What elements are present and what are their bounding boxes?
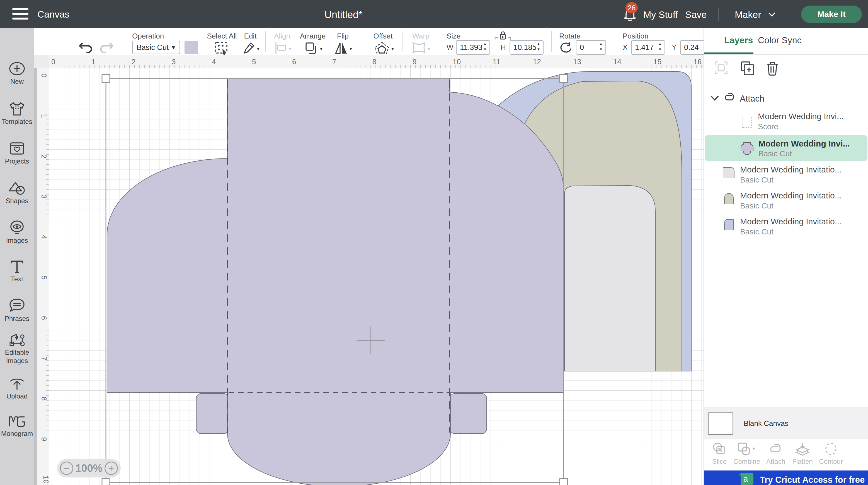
group-chevron-icon[interactable] xyxy=(710,95,719,101)
tab-layers[interactable]: Layers xyxy=(724,35,753,46)
shapes-icon xyxy=(8,180,26,196)
ruler-h-number: 9 xyxy=(412,57,416,66)
operation-value: Basic Cut xyxy=(136,43,169,52)
layer-row-score[interactable]: Modern Wedding Invi... Score xyxy=(704,109,868,135)
rotate-icon[interactable] xyxy=(559,42,571,54)
sidebar-item-phrases[interactable]: Phrases xyxy=(0,298,34,322)
sidebar-item-images[interactable]: Images xyxy=(0,220,34,245)
project-title[interactable]: Untitled* xyxy=(324,9,362,21)
height-input[interactable] xyxy=(514,41,536,54)
x-input-box: ▲▼ xyxy=(631,40,665,55)
zoom-in-button[interactable]: + xyxy=(104,461,118,475)
sidebar-item-templates[interactable]: Templates xyxy=(0,101,34,125)
contour-button[interactable]: Contour xyxy=(815,439,846,465)
size-label: Size xyxy=(446,32,461,40)
machine-select[interactable]: Maker xyxy=(735,9,761,20)
ruler-v-number: 8 xyxy=(39,397,48,401)
align-icon xyxy=(274,42,286,54)
rotate-input[interactable] xyxy=(580,41,598,54)
new-icon xyxy=(9,61,25,77)
y-position-input[interactable] xyxy=(684,41,706,54)
height-stepper[interactable]: ▲▼ xyxy=(536,41,541,54)
lock-icon[interactable] xyxy=(495,31,511,41)
layer-row-beige[interactable]: Modern Wedding Invitatio... Basic Cut xyxy=(704,189,868,215)
flip-caret-icon[interactable]: ▾ xyxy=(349,46,352,52)
offset-caret-icon[interactable]: ▾ xyxy=(391,46,394,52)
save-link[interactable]: Save xyxy=(685,9,707,20)
arrange-label: Arrange xyxy=(300,32,326,40)
banner-text: Try Cricut Access for free xyxy=(760,475,865,485)
layer-title: Modern Wedding Invitatio... xyxy=(740,191,842,200)
arrange-icon[interactable] xyxy=(305,42,318,55)
x-position-input[interactable] xyxy=(635,41,657,54)
flip-label: Flip xyxy=(337,32,349,40)
ruler-h-number: 5 xyxy=(252,57,256,66)
chevron-down-icon[interactable] xyxy=(768,12,775,17)
cricut-access-banner[interactable]: a Try Cricut Access for free xyxy=(704,470,868,485)
offset-icon[interactable] xyxy=(375,42,389,56)
layer-row-envelope-selected[interactable]: Modern Wedding Invi... Basic Cut xyxy=(705,135,867,161)
operation-dropdown[interactable]: Basic Cut▼ xyxy=(132,41,180,54)
edit-caret-icon[interactable]: ▾ xyxy=(257,46,259,52)
rotate-label: Rotate xyxy=(559,32,581,40)
attach-group-header[interactable]: Attach xyxy=(704,91,868,106)
blank-canvas-row[interactable]: Blank Canvas xyxy=(704,407,868,439)
redo-icon[interactable] xyxy=(99,41,114,54)
sidebar-item-editable-images[interactable]: Editable Images xyxy=(0,333,34,365)
sidebar-item-text[interactable]: Text xyxy=(0,259,34,283)
sidebar-item-monogram[interactable]: Monogram xyxy=(0,414,34,437)
slice-icon xyxy=(712,442,726,456)
ruler-v-number: 7 xyxy=(39,356,48,360)
layer-thumb-envelope xyxy=(740,140,754,155)
toolbar-divider xyxy=(364,31,364,52)
ruler-corner xyxy=(34,55,49,68)
flip-icon[interactable] xyxy=(335,42,347,55)
duplicate-icon[interactable] xyxy=(740,61,755,76)
shape-envelope-lavender[interactable] xyxy=(107,79,563,485)
my-stuff-link[interactable]: My Stuff xyxy=(643,9,678,20)
envelope-tab-left[interactable] xyxy=(196,394,228,434)
arrange-caret-icon[interactable]: ▾ xyxy=(320,46,322,52)
select-all-icon[interactable] xyxy=(214,42,230,55)
menu-icon[interactable] xyxy=(12,8,28,20)
ruler-h-number: 12 xyxy=(533,57,541,66)
sidebar-item-new[interactable]: New xyxy=(0,61,34,85)
right-panel: Layers Color Sync Attach Modern Wedding … xyxy=(704,28,868,485)
y-letter: Y xyxy=(672,43,677,52)
zoom-control: − 100% + xyxy=(57,459,121,478)
sidebar-item-projects[interactable]: Projects xyxy=(0,141,34,165)
templates-icon xyxy=(8,101,26,117)
blank-canvas-swatch[interactable] xyxy=(708,412,733,435)
trash-icon[interactable] xyxy=(766,61,779,76)
rotate-stepper[interactable]: ▲▼ xyxy=(598,41,604,54)
attach-button[interactable]: Attach xyxy=(761,439,791,465)
tab-color-sync[interactable]: Color Sync xyxy=(758,35,802,46)
edit-pencil-icon[interactable] xyxy=(244,42,255,55)
flatten-button[interactable]: Flatten xyxy=(787,439,818,465)
selection-handle-top-right xyxy=(560,75,567,82)
layer-thumb-beige xyxy=(724,193,734,204)
ruler-h-number: 15 xyxy=(653,57,661,66)
sidebar-item-shapes[interactable]: Shapes xyxy=(0,180,34,205)
layer-row-periwinkle[interactable]: Modern Wedding Invitatio... Basic Cut xyxy=(704,215,868,241)
ruler-h-number: 11 xyxy=(493,57,500,66)
layer-row-gray[interactable]: Modern Wedding Invitatio... Basic Cut xyxy=(704,163,868,189)
toolbar-divider xyxy=(615,31,615,52)
shape-light-gray[interactable] xyxy=(564,186,655,371)
width-stepper[interactable]: ▲▼ xyxy=(482,41,488,54)
width-input[interactable] xyxy=(460,41,482,54)
slice-button[interactable]: Slice xyxy=(704,439,735,465)
design-canvas[interactable]: 012345678910111213141516 012345678910 − … xyxy=(34,55,704,485)
toolbar-divider xyxy=(551,31,552,52)
zoom-out-button[interactable]: − xyxy=(60,461,73,475)
sidebar-item-upload[interactable]: Upload xyxy=(0,377,34,400)
editable-images-icon xyxy=(8,333,26,347)
envelope-tab-right[interactable] xyxy=(450,394,487,434)
layer-thumb-gray xyxy=(722,167,735,179)
x-stepper[interactable]: ▲▼ xyxy=(657,41,663,54)
undo-icon[interactable] xyxy=(79,41,93,54)
layer-color-swatch[interactable] xyxy=(185,41,198,54)
combine-button[interactable]: Combine xyxy=(732,439,762,465)
make-it-button[interactable]: Make It xyxy=(801,6,862,23)
vertical-ruler: 012345678910 xyxy=(34,68,49,485)
